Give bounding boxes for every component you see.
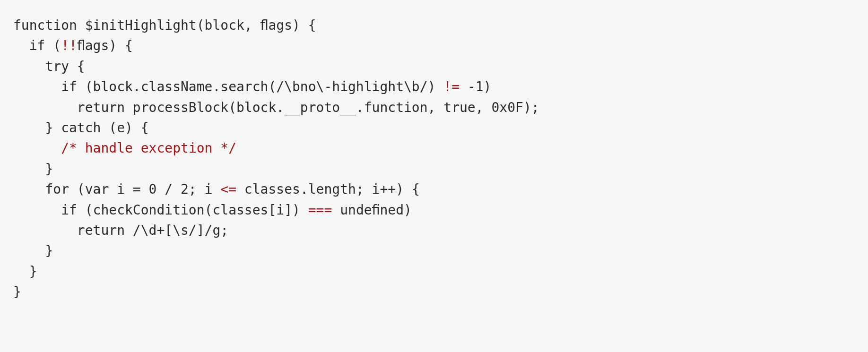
code-sample: function $initHighlight(block, flags) { … — [0, 0, 868, 317]
code-line: if ( — [13, 38, 61, 53]
code-line: return processBlock(block.__proto__.func… — [13, 100, 539, 115]
code-line: flags) { — [77, 38, 133, 53]
code-line: } catch (e) { — [13, 120, 149, 136]
code-line: if (checkCondition(classes[i]) — [13, 202, 308, 218]
code-line: } — [13, 284, 21, 300]
code-line: } — [13, 161, 53, 177]
code-line: } — [13, 243, 53, 258]
operator-not-not: !! — [61, 38, 77, 53]
code-line: function $initHighlight(block, flags) { — [13, 17, 316, 33]
code-line: -1) — [460, 79, 491, 94]
code-line: try { — [13, 59, 85, 74]
operator-not-equal: != — [443, 79, 460, 94]
code-line: } — [13, 264, 37, 279]
operator-lte: <= — [220, 181, 236, 197]
code-line: return /\d+[\s/]/g; — [13, 223, 228, 238]
code-line — [13, 140, 61, 156]
code-line: undefined) — [332, 202, 412, 218]
code-line: ) { — [396, 181, 420, 197]
code-line: if (block.className.search(/\bno\-highli… — [13, 79, 443, 94]
code-line: for (var i = 0 / 2; i — [13, 181, 220, 197]
operator-increment: ++ — [380, 181, 396, 197]
comment: /* handle exception */ — [61, 140, 236, 156]
operator-strict-equal: === — [308, 202, 332, 218]
code-line: classes.length; i — [236, 181, 380, 197]
